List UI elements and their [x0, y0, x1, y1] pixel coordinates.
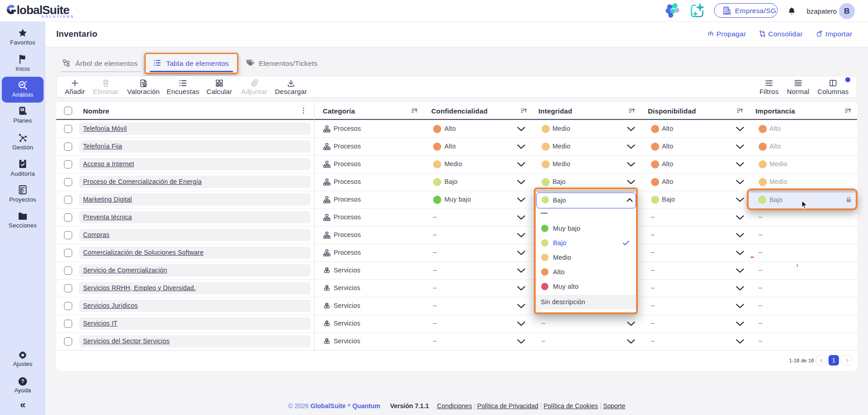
svg-text:SOLUTIONS: SOLUTIONS: [41, 15, 74, 19]
svg-text:?: ?: [21, 378, 25, 385]
